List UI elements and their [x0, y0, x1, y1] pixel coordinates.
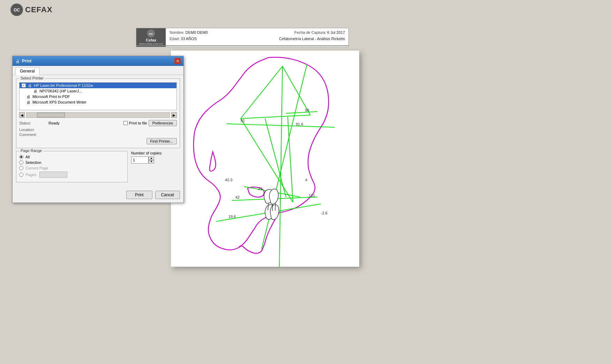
num-96: 96 [305, 108, 309, 112]
location-value [48, 128, 177, 132]
tab-general[interactable]: General [15, 67, 39, 75]
comment-value [48, 132, 177, 137]
patient-fecha: Fecha de Captura: 6 Jul 2017 [261, 30, 345, 36]
printer-name-msxps: Microsoft XPS Document Writer [32, 100, 86, 104]
patient-header: OC Cefax www.cefax.com.mx Nombre: DEM0 D… [136, 28, 349, 47]
patient-tipo: Cefalometría Lateral - Análisis Ricketts [261, 36, 345, 42]
print-to-file-label: Print to file [129, 121, 147, 125]
print-dialog: 🖨 Print ✕ General Select Printer ✓ 🖨 HP … [12, 56, 184, 203]
dialog-titlebar-left: 🖨 Print [15, 59, 31, 64]
scroll-thumb[interactable] [37, 113, 65, 117]
brand-name: Cefax [146, 38, 156, 42]
printer-item-npi[interactable]: 🖨 NPI706342 (HP LaserJ... [20, 88, 176, 94]
dialog-body: Select Printer ✓ 🖨 HP LaserJet Professio… [13, 75, 183, 189]
svg-line-16 [286, 112, 317, 113]
patient-nombre: Nombre: DEM0 DEM0 [169, 30, 254, 36]
printer-icon-hp1102w: 🖨 [28, 83, 32, 88]
num-196: 19.6 [228, 214, 236, 219]
cancel-button[interactable]: Cancel [155, 191, 180, 199]
radio-all-label: All [25, 155, 30, 159]
status-row: Status: Ready Print to file Preferences [19, 120, 177, 126]
page-range-groupbox: Page Range All Selection Current Page [16, 151, 128, 182]
radio-selection-row[interactable]: Selection [19, 160, 125, 165]
print-icon: 🖨 [15, 59, 20, 64]
num-42: 42 [235, 195, 240, 199]
num-916: 91.6 [296, 122, 303, 126]
pages-input[interactable] [39, 172, 67, 178]
svg-line-19 [275, 203, 276, 211]
svg-line-4 [241, 115, 310, 119]
printer-scrollbar: ◀ ▶ [19, 112, 177, 118]
spinner-buttons[interactable]: ▲ ▼ [149, 157, 154, 164]
find-printer-button[interactable]: Find Printer... [146, 138, 177, 144]
print-to-file-checkbox[interactable] [123, 121, 128, 125]
num-neg26: -2.6 [321, 211, 327, 215]
radio-pages-row[interactable]: Pages: [19, 172, 125, 178]
patient-info-right: Fecha de Captura: 6 Jul 2017 Cefalometrí… [258, 28, 348, 47]
num-4: 4 [305, 178, 307, 182]
copies-box: Number of copies: ▲ ▼ [131, 151, 180, 185]
printer-icon-msxps: 🖨 [27, 100, 30, 104]
svg-line-8 [227, 124, 335, 127]
printer-item-hp1102w[interactable]: ✓ 🖨 HP LaserJet Professional P 1102w [20, 83, 176, 88]
logo-icon: OC [10, 3, 23, 16]
app-logo: OC CEFAX [10, 3, 52, 16]
comment-label: Comment: [19, 132, 47, 137]
dialog-titlebar: 🖨 Print ✕ [13, 56, 183, 66]
dialog-tabs: General [13, 66, 183, 75]
page-range-copies: Page Range All Selection Current Page [16, 151, 180, 185]
page-range-label: Page Range [19, 149, 43, 153]
radio-current-row[interactable]: Current Page [19, 166, 125, 170]
radio-current-label: Current Page [25, 166, 48, 170]
printer-name-hp1102w: HP LaserJet Professional P 1102w [34, 83, 93, 88]
dialog-footer: Print Cancel [13, 189, 183, 203]
page-range-group: Page Range All Selection Current Page [16, 151, 128, 185]
comment-row: Comment: [19, 132, 177, 137]
scroll-left-arrow[interactable]: ◀ [19, 112, 25, 118]
num-91: 91 [241, 119, 245, 123]
svg-line-7 [262, 65, 307, 249]
edad-value: 33 AÑOS [181, 37, 197, 41]
brand-url: www.cefax.com.mx [139, 42, 163, 45]
patient-edad: Edad: 33 AÑOS [169, 36, 254, 42]
print-to-file-cb[interactable]: Print to file [123, 121, 147, 125]
copies-increment[interactable]: ▲ [149, 157, 154, 160]
num-423: 42.3 [225, 178, 232, 182]
printer-item-msxps[interactable]: 🖨 Microsoft XPS Document Writer [20, 99, 176, 105]
patient-brand: OC Cefax www.cefax.com.mx [136, 28, 166, 47]
brand-icon: OC [147, 30, 155, 37]
app-title: CEFAX [25, 5, 52, 14]
printer-check-hp1102w: ✓ [22, 83, 26, 88]
preferences-button[interactable]: Preferences [149, 120, 177, 126]
radio-all[interactable] [19, 155, 23, 159]
printer-name-mspdf: Microsoft Print to PDF [32, 94, 70, 99]
close-button[interactable]: ✕ [174, 58, 181, 64]
copies-input[interactable] [131, 157, 149, 164]
copies-label: Number of copies: [131, 151, 180, 155]
radio-selection[interactable] [19, 160, 23, 165]
svg-line-6 [241, 66, 282, 119]
radio-selection-label: Selection [25, 160, 41, 165]
printer-icon-npi: 🖨 [33, 89, 37, 93]
cephalometry-svg: 96 91 91.6 42.3 4 21 42 131 19.6 -2.6 [171, 51, 359, 267]
cephalometry-paper: 96 91 91.6 42.3 4 21 42 131 19.6 -2.6 [171, 51, 359, 267]
select-printer-label: Select Printer [19, 76, 45, 80]
radio-all-row[interactable]: All [19, 155, 125, 159]
header-separator [136, 45, 349, 46]
radio-pages[interactable] [19, 173, 23, 177]
scroll-track[interactable] [26, 112, 170, 118]
scroll-right-arrow[interactable]: ▶ [171, 112, 177, 118]
status-label: Status: [19, 121, 47, 125]
printer-item-mspdf[interactable]: 🖨 Microsoft Print to PDF [20, 94, 176, 99]
print-button[interactable]: Print [126, 191, 152, 199]
svg-line-11 [265, 119, 286, 197]
copies-spinner[interactable]: ▲ ▼ [131, 157, 180, 164]
status-value: Ready [48, 121, 122, 125]
select-printer-group: Select Printer ✓ 🖨 HP LaserJet Professio… [16, 78, 180, 148]
location-label: Location: [19, 128, 47, 132]
svg-text:OC: OC [149, 32, 153, 36]
printer-list[interactable]: ✓ 🖨 HP LaserJet Professional P 1102w 🖨 N… [19, 82, 177, 110]
copies-decrement[interactable]: ▼ [149, 160, 154, 164]
radio-pages-label: Pages: [25, 173, 37, 177]
radio-current-page[interactable] [19, 166, 23, 170]
